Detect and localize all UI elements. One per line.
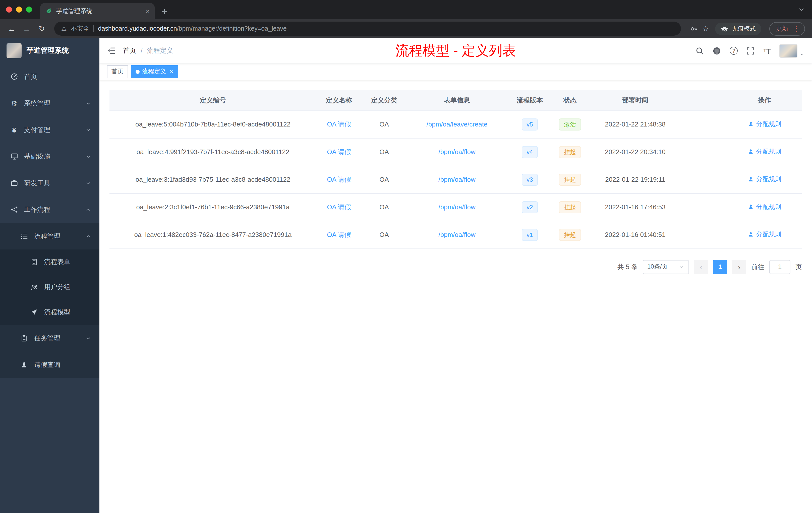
assign-rule-link[interactable]: 分配规则 (748, 120, 781, 128)
sidebar-item-leave-query[interactable]: 请假查询 (0, 351, 99, 378)
paper-plane-icon (30, 309, 38, 316)
column-definition-id: 定义编号 (110, 90, 316, 111)
goto-page-input[interactable] (769, 260, 790, 274)
back-icon[interactable]: ← (5, 24, 18, 33)
form-link[interactable]: /bpm/oa/flow (438, 203, 475, 211)
next-page-button[interactable]: › (732, 260, 746, 274)
assign-rule-link[interactable]: 分配规则 (748, 203, 781, 211)
definition-name-link[interactable]: OA 请假 (327, 231, 351, 238)
sidebar-item-payment[interactable]: ¥ 支付管理 (0, 117, 99, 143)
main-area: 首页 / 流程定义 流程模型 - 定义列表 ? (99, 38, 812, 513)
bookmark-star-icon[interactable]: ☆ (702, 24, 709, 33)
person-icon (748, 149, 754, 155)
prev-page-button[interactable]: ‹ (694, 260, 708, 274)
version-tag: v1 (522, 229, 538, 241)
definition-name-link[interactable]: OA 请假 (327, 175, 351, 183)
tag-home[interactable]: 首页 (107, 65, 128, 78)
close-window-button[interactable] (6, 6, 12, 12)
sidebar-item-label: 基础设施 (24, 152, 50, 161)
incognito-badge: 无痕模式 (715, 22, 761, 35)
form-link[interactable]: /bpm/oa/flow (438, 148, 475, 156)
font-size-icon[interactable]: TT (763, 47, 771, 55)
definition-name-link[interactable]: OA 请假 (327, 120, 351, 128)
search-icon[interactable] (696, 47, 704, 55)
new-tab-button[interactable]: + (162, 6, 167, 16)
sidebar-header: 芋道管理系统 (0, 38, 99, 63)
avatar[interactable] (779, 44, 798, 58)
security-label[interactable]: 不安全 (71, 24, 90, 33)
tab-strip: 芋道管理系统 × + (0, 0, 812, 19)
page-content: 定义编号 定义名称 定义分类 表单信息 流程版本 状态 部署时间 操作 (99, 80, 812, 513)
user-menu[interactable] (779, 44, 805, 58)
sidebar-fold-icon[interactable] (107, 46, 116, 55)
sidebar-item-process-management[interactable]: 流程管理 (0, 223, 99, 249)
tab-search-chevron-icon[interactable] (798, 6, 805, 13)
question-glyph: ? (730, 47, 738, 55)
assign-rule-link[interactable]: 分配规则 (748, 175, 781, 184)
sidebar-item-infrastructure[interactable]: 基础设施 (0, 143, 99, 170)
definition-id: oa_leave:1:482ec033-762a-11ec-8477-a2380… (110, 221, 316, 248)
table-row: oa_leave:3:1fad3d93-7b75-11ec-a3c8-acde4… (110, 165, 802, 193)
assign-rule-label: 分配规则 (756, 231, 781, 239)
sidebar-item-home[interactable]: 首页 (0, 63, 99, 90)
zoom-window-button[interactable] (26, 6, 32, 12)
table-row: oa_leave:4:991f2193-7b7f-11ec-a3c8-acde4… (110, 138, 802, 165)
sidebar-item-process-model[interactable]: 流程模型 (0, 300, 99, 325)
sidebar-item-task-management[interactable]: 任务管理 (0, 325, 99, 351)
help-icon[interactable]: ? (730, 47, 738, 55)
sidebar-item-label: 首页 (24, 72, 37, 81)
definition-category: OA (361, 193, 407, 221)
definition-id: oa_leave:3:1fad3d93-7b75-11ec-a3c8-acde4… (110, 165, 316, 193)
form-link[interactable]: /bpm/oa/leave/create (427, 120, 488, 128)
page-button-1[interactable]: 1 (713, 260, 727, 274)
sidebar-item-dev-tools[interactable]: 研发工具 (0, 170, 99, 196)
sidebar-item-system[interactable]: ⚙ 系统管理 (0, 90, 99, 117)
fullscreen-icon[interactable] (747, 47, 755, 55)
reload-icon[interactable]: ↻ (35, 24, 48, 33)
assign-rule-link[interactable]: 分配规则 (748, 231, 781, 239)
address-bar[interactable]: ⚠ 不安全 dashboard.yudao.iocoder.cn/bpm/man… (54, 22, 681, 36)
github-icon[interactable] (713, 47, 721, 55)
update-browser-button[interactable]: 更新 ⋮ (769, 22, 805, 35)
goto-label: 前往 (751, 262, 764, 271)
forward-icon[interactable]: → (20, 24, 33, 33)
browser-menu-icon[interactable]: ⋮ (791, 24, 802, 33)
sidebar-item-process-form[interactable]: 流程表单 (0, 249, 99, 275)
tag-label: 首页 (112, 67, 123, 76)
tag-close-icon[interactable]: × (170, 68, 174, 75)
column-process-version: 流程版本 (507, 90, 552, 111)
prev-icon: ‹ (700, 263, 702, 271)
next-icon: › (738, 263, 740, 271)
definition-table: 定义编号 定义名称 定义分类 表单信息 流程版本 状态 部署时间 操作 (110, 90, 802, 249)
column-form-info: 表单信息 (407, 90, 507, 111)
tab-close-icon[interactable]: × (146, 7, 150, 14)
deploy-time: 2022-01-16 17:46:53 (587, 193, 683, 221)
definition-name-link[interactable]: OA 请假 (327, 148, 351, 155)
active-dot (136, 69, 140, 73)
form-link[interactable]: /bpm/oa/flow (438, 231, 475, 238)
page-size-select[interactable]: 10条/页 (643, 260, 689, 274)
breadcrumb-current: 流程定义 (147, 46, 173, 55)
breadcrumb-home[interactable]: 首页 (123, 46, 136, 55)
row-spacer (683, 138, 727, 165)
row-spacer (683, 221, 727, 248)
browser-tab[interactable]: 芋道管理系统 × (40, 3, 155, 19)
monitor-icon (10, 153, 18, 160)
definition-name-link[interactable]: OA 请假 (327, 203, 351, 211)
version-tag: v2 (522, 201, 538, 213)
url-path: /bpm/manager/definition?key=oa_leave (177, 25, 287, 32)
key-icon[interactable] (690, 25, 697, 32)
assign-rule-link[interactable]: 分配规则 (748, 148, 781, 156)
tag-process-definition[interactable]: 流程定义 × (131, 65, 178, 78)
chevron-down-icon (85, 180, 91, 186)
sidebar-item-user-groups[interactable]: 用户分组 (0, 275, 99, 300)
minimize-window-button[interactable] (16, 6, 22, 12)
definition-id: oa_leave:5:004b710b-7b8a-11ec-8ef0-acde4… (110, 111, 316, 138)
browser-toolbar: ← → ↻ ⚠ 不安全 dashboard.yudao.iocoder.cn/b… (0, 19, 812, 38)
sidebar-item-workflow[interactable]: 工作流程 (0, 196, 99, 223)
deploy-time: 2022-01-22 20:34:10 (587, 138, 683, 165)
yen-icon: ¥ (10, 126, 18, 134)
page-url: dashboard.yudao.iocoder.cn/bpm/manager/d… (98, 25, 287, 32)
status-tag: 挂起 (559, 201, 581, 213)
form-link[interactable]: /bpm/oa/flow (438, 176, 475, 183)
